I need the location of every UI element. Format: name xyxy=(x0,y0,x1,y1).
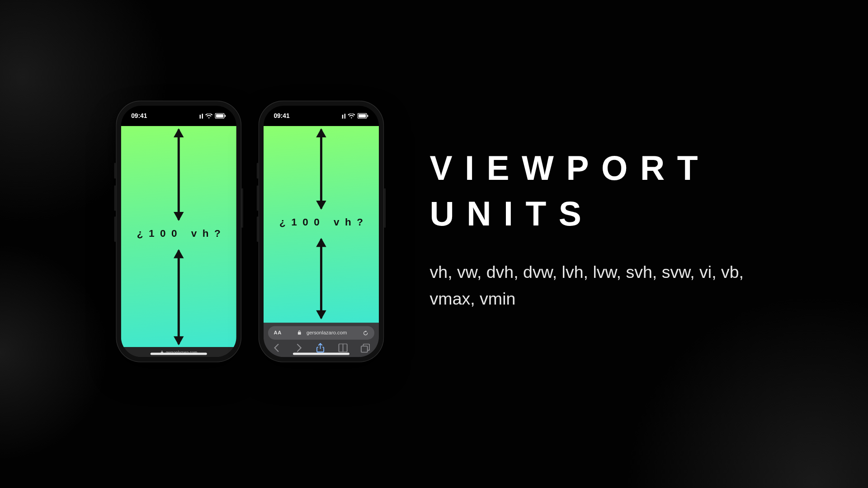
svg-rect-10 xyxy=(344,113,346,118)
subtitle: vh, vw, dvh, dvw, lvh, lvw, svh, svw, vi… xyxy=(430,259,792,312)
arrow-down-icon xyxy=(178,250,180,344)
lock-icon xyxy=(297,330,302,336)
vh-label: ¿100 vh? xyxy=(121,228,236,239)
viewport-area: ¿100 vh? xyxy=(264,126,379,323)
status-time: 09:41 xyxy=(131,113,147,119)
forward-icon[interactable] xyxy=(294,343,303,352)
phone-side-button xyxy=(257,163,259,178)
svg-rect-5 xyxy=(216,114,223,118)
arrow-up-icon xyxy=(178,129,180,220)
status-indicators xyxy=(195,113,226,119)
reload-icon[interactable] xyxy=(363,330,369,336)
arrow-up-icon xyxy=(320,129,322,208)
phone-screen: 09:41 ¿100 vh? gersonlazaro.com xyxy=(121,106,236,357)
phone-side-button xyxy=(257,216,259,242)
phone-side-button xyxy=(384,188,386,228)
battery-icon xyxy=(215,113,226,119)
browser-chrome: AA gersonlazaro.com xyxy=(264,323,379,357)
status-indicators xyxy=(338,113,369,119)
phone-screen: 09:41 ¿100 vh? AA xyxy=(264,106,379,357)
phone-side-button xyxy=(114,185,116,211)
phone-side-button xyxy=(241,188,243,228)
url-display: gersonlazaro.com xyxy=(297,330,347,336)
compact-address-bar: gersonlazaro.com xyxy=(121,347,236,357)
tabs-icon[interactable] xyxy=(361,343,370,352)
page-title: Viewport Units xyxy=(430,145,792,237)
phone-mock-large-viewport: 09:41 ¿100 vh? gersonlazaro.com xyxy=(116,101,241,362)
bookmarks-icon[interactable] xyxy=(338,343,347,352)
svg-rect-3 xyxy=(202,113,203,118)
svg-rect-9 xyxy=(342,114,344,118)
svg-rect-13 xyxy=(367,115,368,117)
dynamic-island xyxy=(301,110,341,122)
phone-side-button xyxy=(114,216,116,242)
home-indicator xyxy=(293,352,349,355)
viewport-area: ¿100 vh? xyxy=(121,126,236,347)
wifi-icon xyxy=(348,113,355,118)
title-line: Units xyxy=(430,191,792,237)
reader-aa-icon[interactable]: AA xyxy=(274,330,282,336)
home-indicator xyxy=(151,352,207,355)
phone-mockups: 09:41 ¿100 vh? gersonlazaro.com xyxy=(116,101,384,362)
browser-toolbar xyxy=(268,343,374,354)
arrow-down-icon xyxy=(320,239,322,318)
svg-rect-15 xyxy=(361,346,368,352)
wifi-icon xyxy=(205,113,212,118)
title-line: Viewport xyxy=(430,145,792,191)
svg-rect-12 xyxy=(359,114,366,118)
back-icon[interactable] xyxy=(273,343,281,352)
svg-rect-2 xyxy=(200,114,201,118)
stage: 09:41 ¿100 vh? gersonlazaro.com xyxy=(0,0,868,458)
phone-side-button xyxy=(257,185,259,211)
dynamic-island xyxy=(158,110,199,122)
svg-rect-6 xyxy=(225,115,226,117)
headline-block: Viewport Units vh, vw, dvh, dvw, lvh, lv… xyxy=(430,145,792,312)
phone-side-button xyxy=(114,163,116,178)
domain-text: gersonlazaro.com xyxy=(305,330,347,336)
vh-label: ¿100 vh? xyxy=(264,216,379,228)
address-bar[interactable]: AA gersonlazaro.com xyxy=(268,326,374,340)
phone-mock-small-viewport: 09:41 ¿100 vh? AA xyxy=(259,101,384,362)
status-time: 09:41 xyxy=(274,113,289,119)
share-icon[interactable] xyxy=(316,343,325,352)
battery-icon xyxy=(358,113,369,119)
